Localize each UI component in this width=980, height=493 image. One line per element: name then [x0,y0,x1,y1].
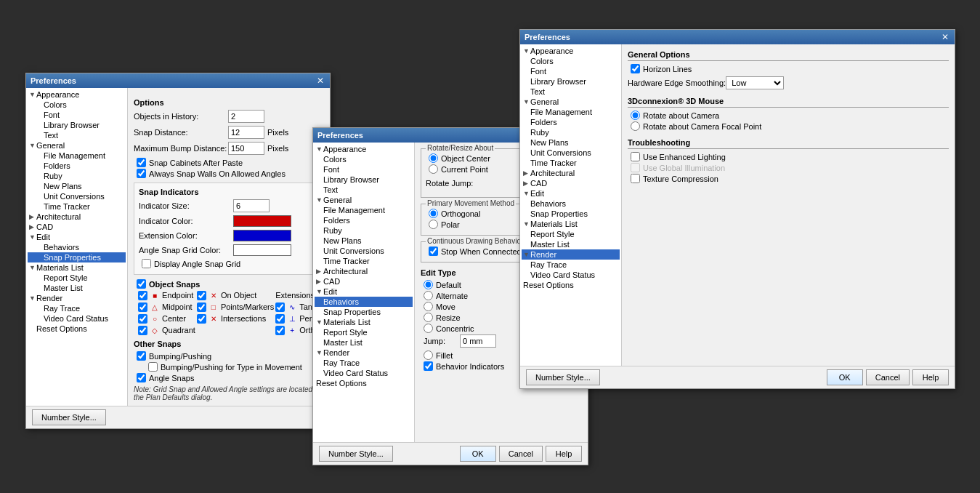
d3-tree-file-management[interactable]: File Management [522,107,620,117]
snap-orthogonal-checkbox[interactable] [275,326,285,335]
snap-center-checkbox[interactable] [138,314,147,324]
dialog2-cancel-button[interactable]: Cancel [499,446,543,462]
d2-tree-appearance[interactable]: ▼ Appearance [315,144,413,154]
d2-tree-library[interactable]: Library Browser [315,175,413,185]
d2-tree-unit-conversions[interactable]: Unit Conversions [315,246,413,256]
default-radio[interactable] [424,280,433,289]
tree-item-text[interactable]: Text [28,130,126,140]
indicator-size-input[interactable] [233,199,270,212]
display-angle-checkbox[interactable] [142,259,151,268]
dialog2-number-style-button[interactable]: Number Style... [319,446,393,462]
indicator-color-swatch[interactable] [233,215,291,227]
d3-tree-render[interactable]: ▼ Render [522,249,620,260]
rotate-focal-radio[interactable] [631,121,640,131]
d2-tree-ruby[interactable]: Ruby [315,225,413,236]
snap-distance-input[interactable] [228,126,264,139]
d3-tree-new-plans[interactable]: New Plans [522,137,620,148]
objects-in-history-input[interactable] [228,110,264,123]
hardware-edge-select[interactable]: Low Medium High [726,76,784,89]
d2-tree-file-management[interactable]: File Management [315,205,413,215]
tree-item-architectural[interactable]: ▶ Architectural [28,212,126,222]
polar-radio[interactable] [429,220,438,229]
d2-tree-general[interactable]: ▼ General [315,195,413,205]
tree-item-library-browser[interactable]: Library Browser [28,120,126,130]
tree-item-new-plans[interactable]: New Plans [28,181,126,191]
d3-tree-general[interactable]: ▼ General [522,97,620,107]
d2-tree-colors[interactable]: Colors [315,154,413,164]
d3-tree-edit[interactable]: ▼ Edit [522,188,620,199]
move-radio[interactable] [424,302,433,311]
current-point-radio[interactable] [429,164,438,174]
rotate-camera-radio[interactable] [631,111,640,120]
d2-tree-report-style[interactable]: Report Style [315,327,413,337]
object-center-radio[interactable] [429,153,438,163]
bumping-pushing-checkbox[interactable] [137,351,146,361]
extension-color-swatch[interactable] [233,230,291,241]
dialog1-close-button[interactable]: ✕ [315,76,325,85]
d2-tree-master-list[interactable]: Master List [315,337,413,348]
tree-item-edit[interactable]: ▼ Edit [28,232,126,242]
jump-input[interactable] [460,334,496,348]
dialog3-number-style-button[interactable]: Number Style... [526,369,600,385]
d2-tree-video-card[interactable]: Video Card Status [315,368,413,378]
bumping-type-checkbox[interactable] [148,362,158,372]
dialog3-close-button[interactable]: ✕ [940,33,950,41]
dialog2-ok-button[interactable]: OK [460,446,496,462]
tree-item-file-management[interactable]: File Management [28,151,126,161]
d3-tree-folders[interactable]: Folders [522,117,620,127]
d2-tree-snap-properties[interactable]: Snap Properties [315,307,413,317]
d2-tree-cad[interactable]: ▶ CAD [315,276,413,286]
tree-item-materials-list[interactable]: ▼ Materials List [28,262,126,273]
tree-item-cad[interactable]: ▶ CAD [28,222,126,232]
tree-item-video-card[interactable]: Video Card Status [28,313,126,324]
d2-tree-new-plans[interactable]: New Plans [315,236,413,246]
tree-item-master-list[interactable]: Master List [28,283,126,293]
d3-tree-architectural[interactable]: ▶ Architectural [522,168,620,178]
tree-item-folders[interactable]: Folders [28,161,126,171]
dialog3-help-button[interactable]: Help [912,369,949,385]
always-snap-checkbox[interactable] [137,169,146,178]
d3-tree-font[interactable]: Font [522,66,620,76]
alternate-radio[interactable] [424,291,433,300]
d2-tree-behaviors[interactable]: Behaviors [315,297,413,307]
dialog3-ok-button[interactable]: OK [827,369,863,385]
orthogonal-radio[interactable] [429,209,438,218]
d3-tree-appearance[interactable]: ▼ Appearance [522,46,620,56]
dialog1-number-style-button[interactable]: Number Style... [32,409,106,425]
snap-midpoint-checkbox[interactable] [138,302,147,312]
d3-tree-materials[interactable]: ▼ Materials List [522,219,620,229]
tree-item-font[interactable]: Font [28,110,126,120]
fillet-radio[interactable] [424,350,433,360]
snap-perpendicular-checkbox[interactable] [275,314,285,324]
concentric-radio[interactable] [424,324,433,333]
snap-on-object-checkbox[interactable] [197,291,206,300]
snap-intersections-checkbox[interactable] [197,314,206,324]
d3-tree-report-style[interactable]: Report Style [522,229,620,239]
tree-item-ray-trace[interactable]: Ray Trace [28,303,126,313]
angle-snap-color-swatch[interactable] [233,244,291,256]
d3-tree-ray-trace[interactable]: Ray Trace [522,260,620,270]
snap-tangent-checkbox[interactable] [275,302,285,312]
snap-cabinets-checkbox[interactable] [137,158,146,167]
tree-item-unit-conversions[interactable]: Unit Conversions [28,191,126,201]
tree-item-general[interactable]: ▼ General [28,140,126,151]
d2-tree-time-tracker[interactable]: Time Tracker [315,256,413,266]
global-illumination-checkbox[interactable] [631,163,640,172]
behavior-indicators-checkbox[interactable] [424,361,433,371]
d3-tree-video-card[interactable]: Video Card Status [522,270,620,280]
horizon-lines-checkbox[interactable] [631,64,640,73]
snap-endpoint-checkbox[interactable] [138,291,147,300]
tree-item-ruby[interactable]: Ruby [28,171,126,181]
d3-tree-library[interactable]: Library Browser [522,76,620,87]
tree-item-appearance[interactable]: ▼ Appearance [28,89,126,100]
d2-tree-materials[interactable]: ▼ Materials List [315,317,413,327]
tree-item-reset-options[interactable]: Reset Options [28,324,126,334]
dialog2-help-button[interactable]: Help [546,446,582,462]
max-bump-input[interactable] [228,142,264,155]
d2-tree-folders[interactable]: Folders [315,215,413,225]
tree-item-time-tracker[interactable]: Time Tracker [28,201,126,212]
d3-tree-reset[interactable]: Reset Options [522,280,620,290]
enhanced-lighting-checkbox[interactable] [631,152,640,161]
d3-tree-cad[interactable]: ▶ CAD [522,178,620,188]
tree-item-snap-properties[interactable]: Snap Properties [28,252,126,262]
